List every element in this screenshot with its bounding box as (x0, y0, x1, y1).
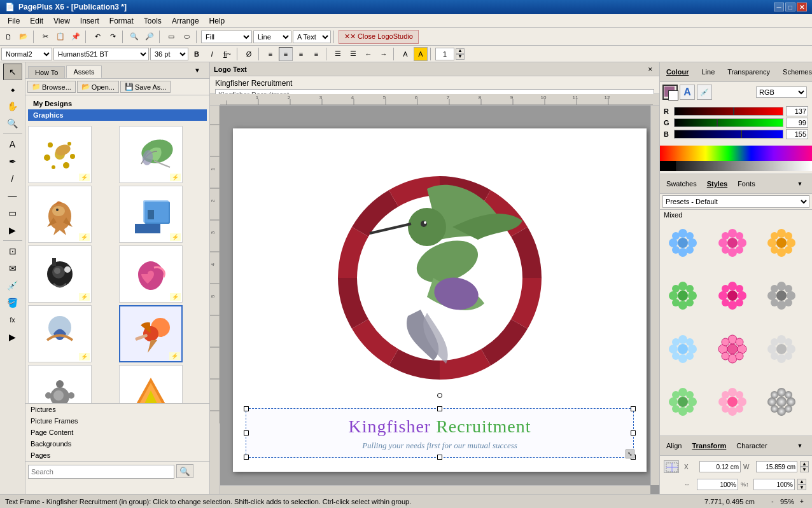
r-value-input[interactable]: 137 (786, 106, 808, 116)
cut-button[interactable]: ✂ (38, 30, 52, 44)
page-content-nav[interactable]: Page Content (25, 427, 209, 438)
browse-button[interactable]: 📁 Browse... (27, 81, 76, 93)
handle-bm[interactable] (437, 455, 442, 460)
style-blue-1[interactable] (664, 224, 702, 262)
g-value-input[interactable]: 99 (786, 118, 808, 128)
page-down-button[interactable]: ▼ (456, 54, 465, 60)
frame-resize-icon[interactable]: ⤡ (626, 450, 634, 458)
style-gray-1[interactable] (762, 277, 801, 315)
pencil-tool[interactable]: / (3, 170, 22, 187)
zoom-tool[interactable]: 🔍 (3, 115, 22, 132)
zoom-out-button[interactable]: 🔎 (143, 30, 157, 44)
copy-button[interactable]: 📋 (53, 30, 67, 44)
pen-tool[interactable]: ✒ (3, 153, 22, 170)
style-lightblue-1[interactable] (664, 330, 702, 368)
style-gray-2[interactable] (762, 330, 801, 368)
menu-view[interactable]: View (48, 15, 75, 27)
strikethrough-button[interactable]: Ø (242, 47, 256, 61)
fill-dropdown[interactable]: Fill (201, 31, 252, 43)
scale-down[interactable]: ▼ (797, 484, 806, 490)
close-logostudio-button[interactable]: ✕ ✕ Close LogoStudio (339, 30, 419, 44)
font-style-dropdown[interactable]: Normal2 (1, 48, 52, 60)
scale-w-input[interactable]: 100% (697, 479, 738, 490)
g-slider-track[interactable] (674, 118, 783, 127)
underline-button[interactable]: fi~ (220, 47, 234, 61)
canvas-scrollbar-v[interactable] (650, 106, 659, 485)
search-input[interactable] (28, 465, 174, 479)
search-button[interactable]: 🔍 (176, 464, 193, 478)
envelope-tool[interactable]: ✉ (3, 260, 22, 277)
menu-help[interactable]: Help (204, 15, 230, 27)
b-value-input[interactable]: 155 (786, 129, 808, 139)
font-size-dropdown[interactable]: 36 pt (150, 48, 188, 60)
scale-h-input[interactable]: 100% (753, 479, 795, 490)
style-pink-3[interactable] (713, 383, 752, 421)
color-mode-dropdown[interactable]: RGB (756, 86, 807, 98)
fx-tool[interactable]: fx (3, 312, 22, 328)
colour-gradient-picker[interactable] (660, 146, 812, 171)
graphic-item-3[interactable]: ⚡ (28, 186, 92, 243)
page-number-spinner[interactable]: ▲ ▼ (456, 48, 465, 60)
swatches-tab[interactable]: Swatches (662, 179, 701, 189)
save-as-button[interactable]: 💾 Save As... (120, 81, 171, 93)
align-tab[interactable]: Align (662, 441, 685, 451)
graphic-item-7[interactable]: ⚡ (28, 305, 92, 362)
fill-tool[interactable]: 🪣 (3, 294, 22, 311)
eyedropper-button[interactable]: 💉 (697, 85, 712, 100)
styles-tab[interactable]: Styles (703, 179, 731, 189)
text-color-button[interactable]: A (398, 47, 412, 61)
pages-nav[interactable]: Pages (25, 450, 209, 461)
backgrounds-nav[interactable]: Backgrounds (25, 438, 209, 450)
handle-tm[interactable] (437, 406, 442, 411)
b-slider-track[interactable] (674, 130, 783, 139)
graphic-item-4[interactable]: ⚡ (119, 186, 183, 243)
style-silver-1[interactable] (762, 383, 801, 421)
swatches-panel-menu[interactable]: ▼ (790, 175, 809, 192)
my-designs-nav[interactable]: My Designs (28, 98, 207, 109)
draw-rect-button[interactable]: ▭ (164, 30, 178, 44)
pictures-nav[interactable]: Pictures (25, 404, 209, 415)
zoom-in-button[interactable]: 🔍 (127, 30, 141, 44)
graphic-item-8[interactable]: ⚡ (119, 305, 183, 362)
node-tool[interactable]: ⬥ (3, 81, 22, 97)
crop-tool[interactable]: ⊡ (3, 243, 22, 259)
graphic-item-5[interactable]: ⚡ (28, 245, 92, 303)
presets-dropdown[interactable]: Presets - Default (662, 195, 809, 208)
line-tab[interactable]: Line (697, 67, 718, 77)
style-pink-1[interactable] (713, 224, 752, 262)
pointer-tool[interactable]: ↖ (3, 64, 22, 80)
graphic-item-6[interactable]: ⚡ (119, 245, 183, 303)
maximize-button[interactable]: □ (785, 3, 795, 11)
menu-tools[interactable]: Tools (139, 15, 167, 27)
scale-spinner[interactable]: ▲ ▼ (797, 479, 806, 490)
picture-frames-nav[interactable]: Picture Frames (25, 415, 209, 427)
transform-tab[interactable]: Transform (688, 441, 730, 451)
graphic-item-10[interactable]: ⚡ (119, 365, 183, 403)
handle-bl[interactable] (244, 455, 249, 460)
page-number-input[interactable] (435, 48, 454, 60)
draw-ellipse-button[interactable]: ⬭ (179, 30, 193, 44)
text-dropdown[interactable]: A Text (293, 31, 331, 43)
indent-decrease-button[interactable]: ← (361, 47, 375, 61)
fonts-tab[interactable]: Fonts (734, 179, 759, 189)
w-spinner[interactable]: ▲ ▼ (800, 461, 809, 472)
align-right-button[interactable]: ≡ (294, 47, 308, 61)
eyedropper-tool[interactable]: 💉 (3, 277, 22, 294)
transparency-tab[interactable]: Transparency (724, 67, 774, 77)
align-left-button[interactable]: ≡ (263, 47, 277, 61)
zoom-in-status[interactable]: + (797, 497, 807, 507)
align-justify-button[interactable]: ≡ (309, 47, 323, 61)
align-panel-menu[interactable]: ▼ (790, 437, 809, 454)
line-tool[interactable]: — (3, 188, 22, 204)
indent-increase-button[interactable]: → (377, 47, 391, 61)
highlight-button[interactable]: A (414, 47, 428, 61)
canvas-scrollbar-h[interactable] (220, 485, 650, 494)
canvas[interactable]: Kingfisher Recruitment Pulling your need… (220, 106, 659, 494)
menu-file[interactable]: File (3, 15, 25, 27)
style-orange-1[interactable] (762, 224, 801, 262)
rotate-handle[interactable] (437, 393, 442, 398)
x-input[interactable]: 0.12 cm (699, 461, 741, 472)
character-tab[interactable]: Character (732, 441, 771, 451)
bold-button[interactable]: B (190, 47, 204, 61)
handle-tl[interactable] (244, 406, 249, 411)
